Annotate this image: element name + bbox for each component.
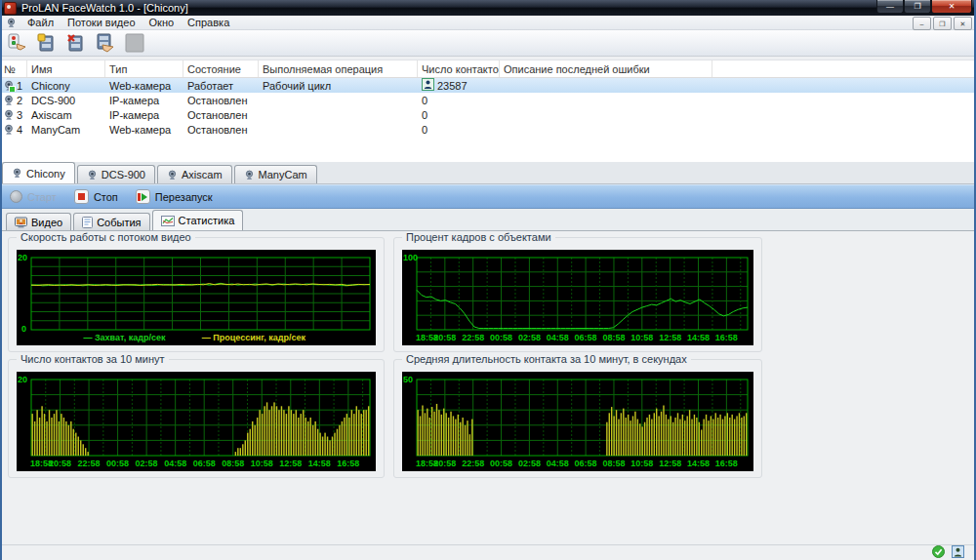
- svg-text:16:58: 16:58: [337, 459, 359, 468]
- stop-label: Стоп: [94, 191, 118, 203]
- table-row[interactable]: 1 Chicony Web-камера Работает Рабочий ци…: [0, 78, 976, 93]
- webcam-icon: [167, 170, 178, 180]
- groupbox-title: Число контактов за 10 минут: [17, 353, 169, 365]
- camera-type: Web-камера: [105, 124, 183, 136]
- svg-text:— Захват, кадр/сек: — Захват, кадр/сек: [83, 333, 166, 342]
- col-contacts[interactable]: Число контактов: [418, 60, 500, 77]
- mdi-close-button[interactable]: ✕: [954, 17, 972, 30]
- tab-chicony[interactable]: Chicony: [2, 162, 75, 183]
- contacts-icon: [422, 78, 434, 93]
- stream-control-strip: Старт Стоп Перезапуск: [0, 184, 976, 209]
- svg-text:12:58: 12:58: [659, 459, 681, 468]
- chart-frames-percent: 10018:5820:5822:5800:5802:5804:5806:5808…: [402, 250, 753, 345]
- table-row[interactable]: 2 DCS-900 IP-камера Остановлен 0: [0, 93, 976, 107]
- camera-state: Остановлен: [183, 95, 259, 106]
- groupbox-title: Процент кадров с объектами: [402, 231, 555, 243]
- camera-type: Web-камера: [105, 80, 183, 92]
- camera-operation: Рабочий цикл: [259, 80, 418, 92]
- row-number: 2: [17, 95, 22, 106]
- chart-contacts-count: 2018:5820:5822:5800:5802:5804:5806:5808:…: [17, 372, 376, 471]
- tab-label: События: [97, 217, 141, 228]
- main-toolbar: [0, 30, 976, 57]
- svg-text:20:58: 20:58: [49, 459, 71, 468]
- webcam-icon: [12, 168, 22, 179]
- minimize-button[interactable]: —: [876, 0, 904, 14]
- col-num[interactable]: №: [0, 60, 27, 77]
- tab-statistics[interactable]: Статистика: [152, 210, 244, 230]
- window-border-left: [0, 0, 2, 560]
- camera-name: Axiscam: [27, 109, 105, 121]
- running-badge: [9, 86, 16, 92]
- app-window: ProLAN FaceWatch 1.0 - [Chicony] — ❐ ✕ Ф…: [0, 0, 976, 560]
- svg-text:22:58: 22:58: [78, 459, 101, 468]
- svg-text:20:58: 20:58: [433, 459, 456, 468]
- stream-add-icon[interactable]: [35, 32, 59, 54]
- svg-text:22:58: 22:58: [462, 333, 484, 342]
- svg-text:00:58: 00:58: [490, 333, 512, 342]
- col-state[interactable]: Состояние: [183, 60, 259, 77]
- window-title: ProLAN FaceWatch 1.0 - [Chicony]: [21, 2, 188, 14]
- camera-tab-bar: Chicony DCS-900 Axiscam ManyCam: [0, 162, 976, 184]
- svg-text:02:58: 02:58: [518, 333, 541, 342]
- statistics-panel: Скорость работы с потоком видео 200— Зах…: [0, 230, 976, 544]
- col-name[interactable]: Имя: [27, 60, 105, 77]
- webcam-icon: [87, 170, 98, 180]
- titlebar: ProLAN FaceWatch 1.0 - [Chicony] — ❐ ✕: [0, 0, 976, 16]
- svg-text:14:58: 14:58: [687, 333, 710, 342]
- svg-text:0: 0: [21, 324, 26, 334]
- tab-label: Chicony: [26, 168, 65, 180]
- camera-table: № Имя Тип Состояние Выполняемая операция…: [0, 60, 976, 162]
- tab-axiscam[interactable]: Axiscam: [157, 165, 232, 183]
- tab-manycam[interactable]: ManyCam: [234, 165, 317, 183]
- col-type[interactable]: Тип: [105, 60, 183, 77]
- svg-text:04:58: 04:58: [164, 459, 186, 468]
- tab-video[interactable]: Видео: [6, 213, 71, 230]
- svg-text:10:58: 10:58: [630, 333, 653, 342]
- restart-button[interactable]: Перезапуск: [136, 189, 213, 204]
- start-button: Старт: [10, 190, 57, 203]
- svg-text:12:58: 12:58: [659, 333, 681, 342]
- groupbox-title: Средняя длительность контакта за 10 мину…: [402, 353, 691, 365]
- contacts-count: 0: [418, 95, 500, 106]
- tab-events[interactable]: События: [73, 213, 149, 230]
- close-button[interactable]: ✕: [931, 0, 972, 14]
- stream-delete-icon[interactable]: [64, 32, 88, 54]
- menubar: Файл Потоки видео Окно Справка – ❐ ✕: [0, 16, 976, 30]
- mdi-minimize-button[interactable]: –: [913, 17, 931, 30]
- camera-state: Остановлен: [183, 124, 259, 136]
- stream-hand-icon[interactable]: [94, 32, 117, 54]
- camera-state: Остановлен: [183, 109, 259, 121]
- tab-dcs-900[interactable]: DCS-900: [77, 165, 155, 183]
- menu-video-streams[interactable]: Потоки видео: [61, 16, 142, 29]
- status-ok-icon: [932, 544, 945, 560]
- camera-state: Работает: [183, 80, 259, 92]
- col-operation[interactable]: Выполняемая операция: [259, 60, 418, 77]
- table-row[interactable]: 3 Axiscam IP-камера Остановлен 0: [0, 107, 976, 122]
- svg-text:14:58: 14:58: [308, 459, 331, 468]
- svg-text:16:58: 16:58: [715, 333, 738, 342]
- svg-text:06:58: 06:58: [575, 333, 597, 342]
- mdi-restore-button[interactable]: ❐: [933, 17, 952, 30]
- menu-window[interactable]: Окно: [142, 16, 182, 29]
- tab-label: ManyCam: [259, 169, 307, 180]
- webcam-running-icon: [3, 80, 15, 92]
- restart-icon: [136, 189, 150, 204]
- view-tab-bar: Видео События Статистика: [0, 209, 976, 230]
- col-error[interactable]: Описание последней ошибки: [500, 60, 712, 77]
- webcam-icon: [3, 109, 15, 121]
- contacts-count: 23587: [437, 80, 468, 92]
- tab-label: Статистика: [179, 215, 235, 226]
- svg-text:10:58: 10:58: [630, 459, 653, 468]
- menu-file[interactable]: Файл: [20, 16, 61, 29]
- groupbox-contacts-count: Число контактов за 10 минут 2018:5820:58…: [8, 359, 385, 478]
- maximize-button[interactable]: ❐: [904, 0, 931, 14]
- menu-help[interactable]: Справка: [181, 16, 236, 29]
- svg-text:20: 20: [18, 375, 27, 384]
- svg-text:02:58: 02:58: [136, 459, 158, 468]
- stream-control-icon[interactable]: [6, 32, 29, 54]
- table-row[interactable]: 4 ManyCam Web-камера Остановлен 0: [0, 122, 976, 137]
- statusbar: [0, 544, 976, 560]
- disabled-tool-icon: [123, 32, 146, 54]
- svg-text:50: 50: [403, 375, 413, 384]
- stop-button[interactable]: Стоп: [74, 189, 118, 204]
